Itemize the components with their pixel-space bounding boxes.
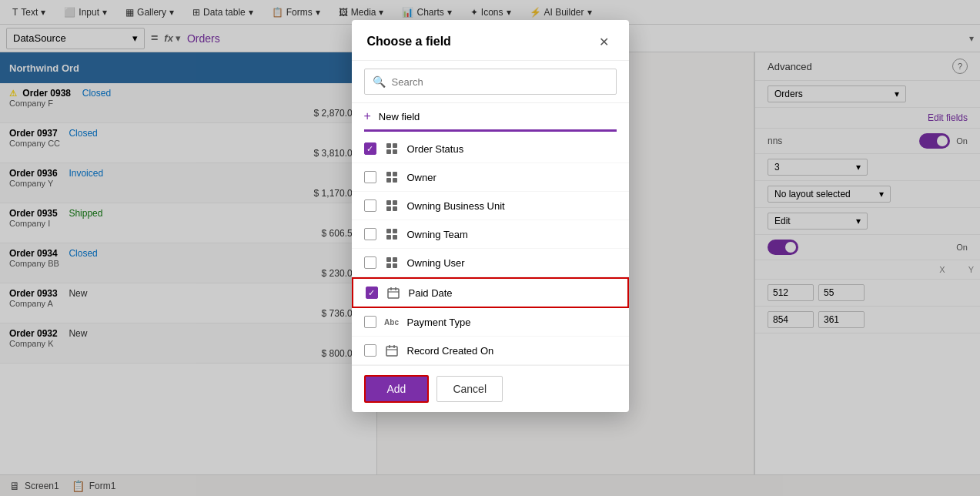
cancel-button[interactable]: Cancel — [436, 376, 503, 402]
field-name-7: Record Created On — [407, 345, 617, 357]
search-box: 🔍 — [364, 69, 617, 95]
svg-rect-17 — [393, 257, 397, 262]
svg-rect-18 — [386, 263, 391, 268]
calendar-type-icon — [384, 343, 400, 358]
separator-line — [364, 129, 617, 132]
field-name-2: Owning Business Unit — [407, 200, 617, 212]
svg-rect-5 — [393, 172, 397, 176]
grid-type-icon — [384, 141, 400, 156]
grid-type-icon — [384, 198, 400, 213]
search-icon: 🔍 — [373, 75, 386, 88]
grid-type-icon — [384, 169, 400, 185]
svg-rect-20 — [388, 289, 399, 298]
field-row-owning-user[interactable]: Owning User — [352, 249, 629, 277]
svg-rect-19 — [393, 263, 397, 268]
grid-type-icon — [384, 226, 400, 242]
field-row-owning-team[interactable]: Owning Team — [352, 220, 629, 249]
new-field-plus-icon: + — [364, 109, 371, 123]
add-button[interactable]: Add — [364, 375, 430, 403]
field-checkbox-3[interactable] — [364, 228, 376, 240]
field-row-paid-date[interactable]: Paid Date — [352, 277, 629, 308]
field-checkbox-0[interactable] — [364, 142, 376, 155]
svg-rect-1 — [393, 143, 397, 148]
svg-rect-10 — [386, 206, 391, 211]
svg-rect-15 — [393, 235, 397, 240]
field-checkbox-6[interactable] — [364, 316, 376, 328]
field-row-owner[interactable]: Owner — [352, 163, 629, 192]
field-name-3: Owning Team — [407, 229, 617, 240]
field-checkbox-5[interactable] — [366, 287, 378, 299]
svg-rect-24 — [386, 347, 397, 356]
field-row-record-created-on[interactable]: Record Created On — [352, 337, 629, 365]
choose-field-modal: Choose a field ✕ 🔍 + New field Order Sta… — [352, 20, 629, 412]
svg-rect-16 — [386, 257, 391, 262]
abc-type-icon: Abc — [384, 314, 400, 330]
svg-rect-3 — [393, 149, 397, 154]
field-checkbox-2[interactable] — [364, 199, 376, 212]
field-name-5: Paid Date — [409, 287, 615, 299]
svg-rect-4 — [386, 172, 391, 176]
svg-rect-0 — [386, 143, 391, 148]
modal-header: Choose a field ✕ — [352, 20, 629, 61]
new-field-row[interactable]: + New field — [352, 103, 629, 129]
svg-rect-7 — [393, 178, 397, 183]
modal-title: Choose a field — [367, 35, 451, 49]
svg-rect-8 — [386, 200, 391, 205]
field-name-4: Owning User — [407, 257, 617, 269]
svg-rect-11 — [393, 206, 397, 211]
field-checkbox-4[interactable] — [364, 256, 376, 269]
modal-body: + New field Order Status Owner Owning Bu… — [352, 103, 629, 365]
field-name-0: Order Status — [407, 143, 617, 155]
svg-rect-9 — [393, 200, 397, 205]
svg-rect-6 — [386, 178, 391, 183]
svg-rect-14 — [386, 235, 391, 240]
field-row-owning-business-unit[interactable]: Owning Business Unit — [352, 192, 629, 220]
modal-search-area: 🔍 — [352, 61, 629, 103]
calendar-type-icon — [386, 285, 401, 300]
svg-rect-13 — [393, 229, 397, 233]
field-checkbox-7[interactable] — [364, 344, 376, 357]
modal-close-button[interactable]: ✕ — [595, 32, 614, 51]
modal-footer: Add Cancel — [352, 365, 629, 412]
field-row-payment-type[interactable]: Abc Payment Type — [352, 308, 629, 337]
field-name-6: Payment Type — [407, 317, 617, 328]
svg-rect-2 — [386, 149, 391, 154]
field-row-order-status[interactable]: Order Status — [352, 135, 629, 163]
svg-rect-12 — [386, 229, 391, 233]
grid-type-icon — [384, 255, 400, 270]
field-name-1: Owner — [407, 172, 617, 183]
new-field-label: New field — [379, 111, 617, 122]
search-input[interactable] — [392, 76, 608, 88]
modal-overlay: Choose a field ✕ 🔍 + New field Order Sta… — [0, 0, 980, 496]
field-checkbox-1[interactable] — [364, 171, 376, 183]
